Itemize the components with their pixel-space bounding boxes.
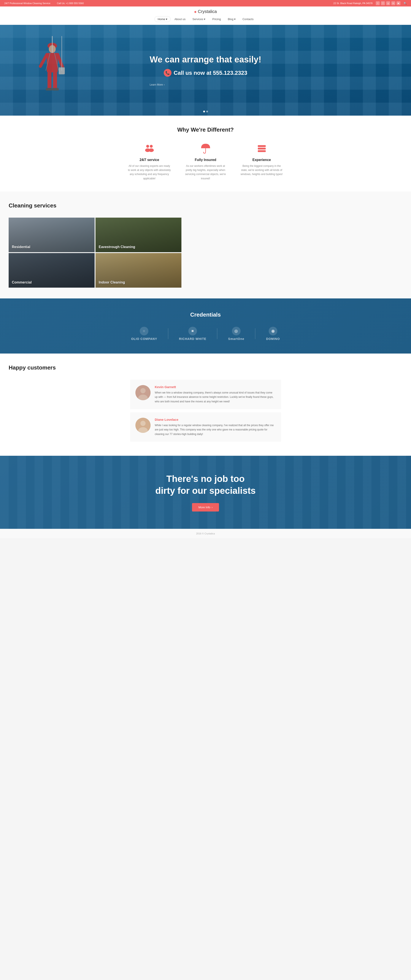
svg-point-18 (149, 148, 154, 152)
tagline: 24/7 Professional Window Cleaning Servic… (4, 2, 50, 5)
feature-insured-title: Fully Insured (184, 158, 227, 162)
arrow-right-icon: › (164, 83, 165, 86)
testimonial-2-content: Diane Lovelace While I was looking for a… (155, 418, 276, 436)
service-card-indoor[interactable]: Indoor Cleaning (95, 253, 181, 288)
youtube-icon[interactable]: ▶ (397, 1, 400, 5)
googleplus-icon[interactable]: g (386, 1, 390, 5)
testimonial-1-text: When we hire a window cleaning company, … (155, 390, 276, 404)
domino-icon: ◉ (269, 327, 277, 336)
twitter-icon[interactable]: t (376, 1, 380, 5)
nav-item-home[interactable]: Home ▾ (154, 16, 171, 22)
svg-point-24 (140, 388, 146, 393)
feature-247-desc: All of our cleaning experts are ready to… (128, 164, 171, 181)
testimonial-1-name: Kevin Garnett (155, 385, 276, 389)
cta-more-info-button[interactable]: More Info › (192, 503, 219, 512)
footer: 2016 © Crystalica (0, 529, 411, 538)
olio-name: OLIO COMPANY (131, 337, 157, 340)
services-grid: Residential Eavestrough Cleaning Commerc… (9, 218, 181, 288)
service-card-eavestrough[interactable]: Eavestrough Cleaning (95, 218, 181, 252)
testimonials-list: Kevin Garnett When we hire a window clea… (130, 380, 281, 442)
svg-rect-10 (52, 88, 59, 91)
logo: ◆ Crystalica (0, 9, 411, 14)
smartone-icon: ◎ (232, 327, 241, 336)
domino-name: DOMINO (266, 337, 280, 340)
svg-rect-2 (47, 53, 58, 72)
chevron-down-icon-blog: ▾ (234, 18, 236, 21)
credentials-logos: ○ OLIO COMPANY ■ RICHARD WHITE ◎ SmartOn… (9, 327, 402, 340)
search-icon[interactable]: 🔍 (404, 2, 407, 5)
hero-content: We can arrange that easily! 📞 Call us no… (150, 54, 261, 86)
svg-rect-8 (53, 72, 57, 89)
cta-section: There's no job toodirty for our speciali… (0, 456, 411, 529)
brand-domino: ◉ DOMINO (266, 327, 280, 340)
cta-button-label: More Info (198, 506, 210, 509)
linkedin-icon[interactable]: in (391, 1, 395, 5)
svg-line-4 (58, 54, 63, 68)
hero-phone: 📞 Call us now at 555.123.2323 (150, 69, 261, 77)
nav-item-contacts[interactable]: Contacts (240, 16, 257, 22)
testimonial-1-content: Kevin Garnett When we hire a window clea… (155, 385, 276, 404)
cta-title: There's no job toodirty for our speciali… (9, 473, 402, 496)
arrow-right-icon-cta: › (212, 506, 213, 509)
service-indoor-label: Indoor Cleaning (99, 280, 125, 285)
feature-insured-desc: As our workers oftentimes work at pretty… (184, 164, 227, 181)
people-icon (143, 142, 156, 155)
nav-item-services[interactable]: Services ▾ (189, 16, 208, 22)
smartone-name: SmartOne (228, 337, 244, 340)
chevron-down-icon-services: ▾ (204, 18, 205, 21)
logo-name: Crystalica (198, 9, 217, 14)
service-eavestrough-label: Eavestrough Cleaning (99, 245, 135, 249)
hero-section: We can arrange that easily! 📞 Call us no… (0, 25, 411, 116)
nav-item-blog[interactable]: Blog ▾ (225, 16, 239, 22)
service-residential-bg: Residential (9, 218, 95, 252)
service-residential-label: Residential (12, 245, 30, 249)
hero-dot-2[interactable] (206, 111, 208, 112)
happy-customers-title: Happy customers (9, 364, 402, 371)
nav-item-pricing[interactable]: Pricing (209, 16, 224, 22)
logo-icon: ◆ (194, 10, 197, 13)
richard-icon: ■ (188, 327, 197, 336)
main-nav: Home ▾ About us Services ▾ Pricing Blog … (0, 16, 411, 22)
service-indoor-bg: Indoor Cleaning (95, 253, 181, 288)
feature-experience: Experience Being the biggest company in … (240, 142, 283, 181)
service-card-residential[interactable]: Residential (9, 218, 95, 252)
top-bar: 24/7 Professional Window Cleaning Servic… (0, 0, 411, 6)
service-commercial-bg: Commercial (9, 253, 95, 288)
svg-line-3 (40, 54, 47, 66)
chevron-down-icon: ▾ (166, 18, 167, 21)
feature-experience-desc: Being the biggest company in the state, … (240, 164, 283, 177)
phone-icon: 📞 (164, 69, 171, 77)
testimonial-2-name: Diane Lovelace (155, 418, 276, 422)
cleaning-services-title: Cleaning services (9, 202, 402, 209)
hero-learn-more[interactable]: Learn More › (150, 83, 261, 86)
address: 22 St. Black Road Raleigh, PA 34578 (333, 2, 373, 5)
svg-point-15 (146, 145, 149, 148)
brand-richard: ■ RICHARD WHITE (179, 327, 206, 340)
logo-divider-1 (168, 328, 168, 339)
hero-phone-label: Call us now at 555.123.2323 (174, 70, 247, 76)
avatar-kevin (135, 385, 151, 400)
header: ◆ Crystalica Home ▾ About us Services ▾ … (0, 6, 411, 25)
svg-rect-9 (46, 88, 52, 91)
top-bar-left: 24/7 Professional Window Cleaning Servic… (4, 2, 84, 5)
credentials-section: Credentials ○ OLIO COMPANY ■ RICHARD WHI… (0, 298, 411, 353)
happy-customers-section: Happy customers Kevin Garnett When we hi… (0, 353, 411, 456)
service-card-commercial[interactable]: Commercial (9, 253, 95, 288)
svg-point-27 (140, 421, 146, 426)
facebook-icon[interactable]: f (381, 1, 385, 5)
testimonial-2-text: While I was looking for a regular window… (155, 423, 276, 436)
top-bar-right: 22 St. Black Road Raleigh, PA 34578 t f … (333, 1, 407, 5)
why-different-title: Why We're Different? (9, 126, 402, 133)
nav-item-about[interactable]: About us (171, 16, 189, 22)
brand-smartone: ◎ SmartOne (228, 327, 244, 340)
feature-247: 24/7 service All of our cleaning experts… (128, 142, 171, 181)
feature-experience-title: Experience (240, 158, 283, 162)
olio-icon: ○ (140, 327, 148, 336)
svg-rect-7 (48, 72, 51, 89)
phone-topbar: Call Us: +1 800 555 5560 (57, 2, 84, 5)
richard-name: RICHARD WHITE (179, 337, 206, 340)
service-eavestrough-bg: Eavestrough Cleaning (95, 218, 181, 252)
hero-dot-1[interactable] (203, 111, 205, 112)
umbrella-icon (199, 142, 212, 155)
hero-dots (203, 111, 208, 112)
